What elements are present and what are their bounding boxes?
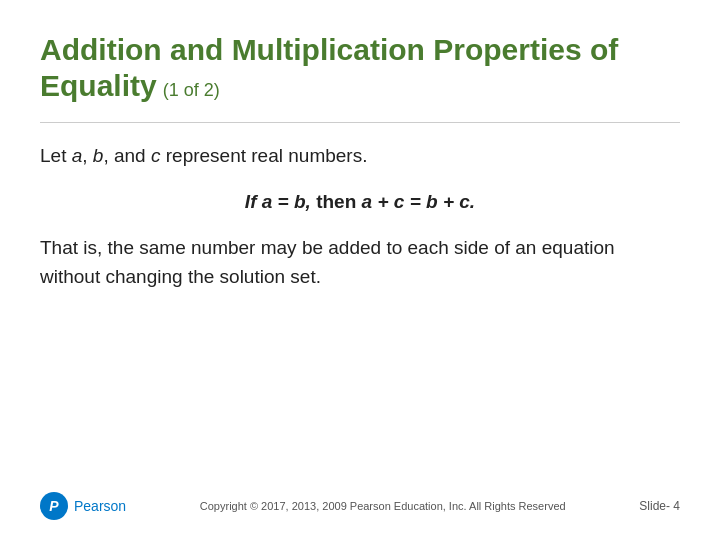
copyright-text: Copyright © 2017, 2013, 2009 Pearson Edu… bbox=[146, 500, 619, 512]
title-section: Addition and Multiplication Properties o… bbox=[40, 32, 680, 104]
pearson-logo-circle: P bbox=[40, 492, 68, 520]
pearson-logo-text: Pearson bbox=[74, 498, 126, 514]
slide-counter: (1 of 2) bbox=[163, 80, 220, 100]
slide-title: Addition and Multiplication Properties o… bbox=[40, 33, 618, 102]
footer: P Pearson Copyright © 2017, 2013, 2009 P… bbox=[40, 482, 680, 520]
title-divider bbox=[40, 122, 680, 123]
slide-number: Slide- 4 bbox=[639, 499, 680, 513]
description-text: That is, the same number may be added to… bbox=[40, 234, 680, 291]
equation-line: If a = b, then a + c = b + c. bbox=[40, 188, 680, 217]
let-statement: Let a, b, and c represent real numbers. bbox=[40, 143, 680, 170]
pearson-logo: P Pearson bbox=[40, 492, 126, 520]
slide-container: Addition and Multiplication Properties o… bbox=[0, 0, 720, 540]
pearson-logo-letter: P bbox=[49, 498, 58, 514]
content-section: Let a, b, and c represent real numbers. … bbox=[40, 143, 680, 482]
